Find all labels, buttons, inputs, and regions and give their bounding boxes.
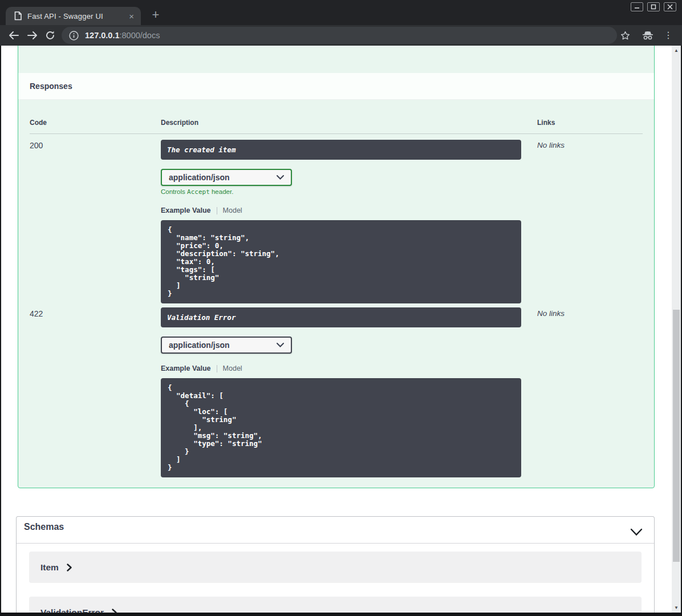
- response-code-422: 422: [30, 309, 43, 318]
- media-type-select-422[interactable]: application/json: [161, 337, 292, 354]
- schema-item[interactable]: Item: [29, 552, 642, 583]
- response-422-description-cell: Validation Error application/json Exampl…: [161, 307, 521, 477]
- chevron-down-icon: [277, 175, 284, 180]
- tab-divider: [217, 365, 217, 372]
- close-window-icon[interactable]: [664, 2, 676, 11]
- table-header-divider: [30, 133, 643, 134]
- media-type-value: application/json: [169, 341, 230, 350]
- chevron-down-icon[interactable]: [630, 528, 643, 538]
- example-json-422: { "detail": [ { "loc": [ "string" ], "ms…: [161, 378, 521, 477]
- browser-tab[interactable]: Fast API - Swagger UI ×: [6, 7, 141, 25]
- page-content: Responses Code Description Links 200 The…: [1, 46, 681, 613]
- column-header-description: Description: [161, 119, 198, 127]
- scrollbar-thumb[interactable]: [673, 310, 680, 562]
- example-model-tabs: Example Value Model: [161, 206, 521, 214]
- tab-close-icon[interactable]: ×: [129, 12, 134, 21]
- response-200-description-cell: The created item application/json Contro…: [161, 140, 521, 303]
- minimize-icon[interactable]: [631, 2, 643, 11]
- schemas-section: Schemas Item ValidationError: [16, 516, 655, 613]
- url-path: :8000/docs: [119, 31, 160, 40]
- response-200-description: The created item: [161, 140, 521, 160]
- address-bar[interactable]: 127.0.0.1:8000/docs: [62, 27, 617, 44]
- info-icon[interactable]: [69, 31, 79, 40]
- browser-toolbar: 127.0.0.1:8000/docs ⋮: [0, 25, 682, 46]
- incognito-icon: [642, 31, 653, 43]
- column-header-code: Code: [30, 119, 47, 127]
- tab-example-value[interactable]: Example Value: [161, 206, 211, 214]
- response-422-description: Validation Error: [161, 307, 521, 327]
- tab-divider: [217, 207, 217, 214]
- scroll-down-icon[interactable]: ▼: [672, 605, 681, 610]
- tab-example-value[interactable]: Example Value: [161, 364, 211, 372]
- opblock-responses-panel: Responses Code Description Links 200 The…: [18, 46, 655, 488]
- maximize-icon[interactable]: [647, 2, 660, 11]
- schema-validationerror[interactable]: ValidationError: [29, 597, 642, 613]
- vertical-scrollbar[interactable]: ▲ ▼: [672, 46, 681, 613]
- window-bottom-edge: [0, 613, 682, 616]
- chevron-down-icon: [277, 343, 284, 347]
- responses-title: Responses: [30, 82, 654, 91]
- example-json-200: { "name": "string", "price": 0, "descrip…: [161, 220, 521, 303]
- chevron-right-icon: [67, 564, 72, 572]
- forward-icon[interactable]: [27, 30, 38, 43]
- response-422-links: No links: [537, 309, 565, 318]
- column-header-links: Links: [537, 119, 555, 127]
- schema-validationerror-label: ValidationError: [40, 607, 104, 613]
- example-model-tabs: Example Value Model: [161, 364, 521, 372]
- bookmark-star-icon[interactable]: [620, 31, 630, 43]
- url-host: 127.0.0.1: [85, 31, 119, 40]
- tab-model[interactable]: Model: [223, 364, 242, 372]
- reload-icon[interactable]: [45, 30, 55, 43]
- response-code-200: 200: [30, 141, 43, 150]
- tab-title: Fast API - Swagger UI: [27, 12, 103, 21]
- back-icon[interactable]: [8, 30, 19, 43]
- accept-header-note: Controls Accept header.: [161, 188, 521, 196]
- media-type-select-200[interactable]: application/json: [161, 169, 292, 186]
- menu-dots-icon[interactable]: ⋮: [664, 30, 673, 41]
- browser-window: Fast API - Swagger UI × +: [0, 0, 682, 616]
- tab-model[interactable]: Model: [223, 206, 242, 214]
- scroll-up-icon[interactable]: ▲: [672, 48, 681, 53]
- url-text: 127.0.0.1:8000/docs: [85, 31, 160, 40]
- page-icon: [14, 11, 22, 21]
- new-tab-icon[interactable]: +: [148, 7, 164, 23]
- chevron-right-icon: [112, 609, 117, 613]
- response-200-links: No links: [537, 141, 565, 149]
- responses-section-header: Responses: [18, 73, 654, 100]
- media-type-value: application/json: [169, 173, 230, 182]
- window-controls: [631, 2, 676, 11]
- schema-item-label: Item: [40, 562, 59, 573]
- schemas-header[interactable]: Schemas: [17, 522, 654, 544]
- schemas-title: Schemas: [24, 522, 654, 532]
- tab-strip: Fast API - Swagger UI × +: [0, 0, 682, 25]
